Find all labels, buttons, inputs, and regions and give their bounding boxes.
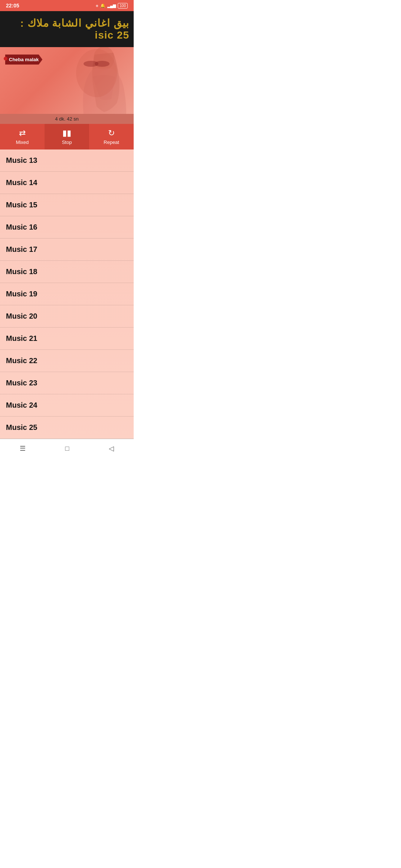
music-item-17[interactable]: Music 17: [0, 239, 134, 261]
pause-icon: ▮▮: [62, 128, 71, 138]
player-controls: ⇄ Mixed ▮▮ Stop ↻ Repeat: [0, 124, 134, 149]
music-item-label-15: Music 15: [6, 201, 37, 209]
music-item-label-19: Music 19: [6, 290, 37, 298]
home-icon: □: [65, 445, 69, 452]
shuffle-label: Mixed: [16, 139, 29, 145]
stop-label: Stop: [62, 139, 72, 145]
mute-icon: 🔔: [100, 3, 105, 8]
music-item-label-23: Music 23: [6, 379, 37, 387]
status-bar: 22:05 ⎈ 🔔 ▂▄▆ 100: [0, 0, 134, 11]
music-item-20[interactable]: Music 20: [0, 305, 134, 328]
nav-bar: ☰ □ ◁: [0, 439, 134, 457]
shuffle-icon: ⇄: [19, 128, 26, 138]
recording-dot: [4, 57, 7, 60]
svg-point-1: [76, 49, 117, 97]
music-item-label-25: Music 25: [6, 423, 37, 432]
music-item-label-22: Music 22: [6, 356, 37, 365]
music-item-13[interactable]: Music 13: [0, 149, 134, 172]
home-button[interactable]: □: [58, 443, 77, 454]
player-section: Cheba malak 4 dk. 42 sn ⇄ Mixed ▮▮: [0, 47, 134, 149]
player-background: Cheba malak: [0, 47, 134, 114]
music-item-14[interactable]: Music 14: [0, 172, 134, 194]
music-item-label-13: Music 13: [6, 156, 37, 165]
stop-button[interactable]: ▮▮ Stop: [45, 124, 89, 149]
music-item-label-24: Music 24: [6, 401, 37, 410]
music-list: Music 13Music 14Music 15Music 16Music 17…: [0, 149, 134, 439]
music-item-label-21: Music 21: [6, 334, 37, 343]
svg-point-3: [95, 61, 110, 67]
duration-text: 4 dk. 42 sn: [55, 116, 79, 122]
duration-bar: 4 dk. 42 sn: [0, 114, 134, 124]
music-item-15[interactable]: Music 15: [0, 194, 134, 216]
music-item-25[interactable]: Music 25: [0, 417, 134, 439]
music-item-18[interactable]: Music 18: [0, 261, 134, 283]
music-item-label-20: Music 20: [6, 312, 37, 320]
music-item-label-18: Music 18: [6, 267, 37, 276]
music-items-container: Music 13Music 14Music 15Music 16Music 17…: [0, 149, 134, 439]
signal-icon: ▂▄▆: [107, 3, 116, 8]
menu-button[interactable]: ☰: [12, 443, 33, 454]
repeat-icon: ↻: [108, 128, 115, 138]
repeat-label: Repeat: [104, 139, 119, 145]
repeat-button[interactable]: ↻ Repeat: [89, 124, 134, 149]
back-button[interactable]: ◁: [101, 443, 121, 454]
shuffle-button[interactable]: ⇄ Mixed: [0, 124, 45, 149]
menu-icon: ☰: [20, 445, 26, 452]
music-item-21[interactable]: Music 21: [0, 328, 134, 350]
status-icons: ⎈ 🔔 ▂▄▆ 100: [96, 3, 128, 9]
app-title: بيق اغاني الشابة ملاك : isic 25: [4, 17, 129, 41]
music-item-23[interactable]: Music 23: [0, 372, 134, 394]
face-overlay: [59, 47, 126, 114]
bluetooth-icon: ⎈: [96, 3, 98, 8]
artist-label: Cheba malak: [5, 55, 42, 65]
music-item-label-14: Music 14: [6, 178, 37, 187]
music-item-label-17: Music 17: [6, 245, 37, 254]
status-time: 22:05: [6, 3, 19, 9]
music-item-19[interactable]: Music 19: [0, 283, 134, 305]
music-item-22[interactable]: Music 22: [0, 350, 134, 372]
app-header: بيق اغاني الشابة ملاك : isic 25: [0, 11, 134, 47]
music-item-16[interactable]: Music 16: [0, 216, 134, 239]
music-item-24[interactable]: Music 24: [0, 394, 134, 417]
back-icon: ◁: [109, 445, 114, 452]
music-item-label-16: Music 16: [6, 223, 37, 231]
battery-indicator: 100: [118, 3, 128, 9]
